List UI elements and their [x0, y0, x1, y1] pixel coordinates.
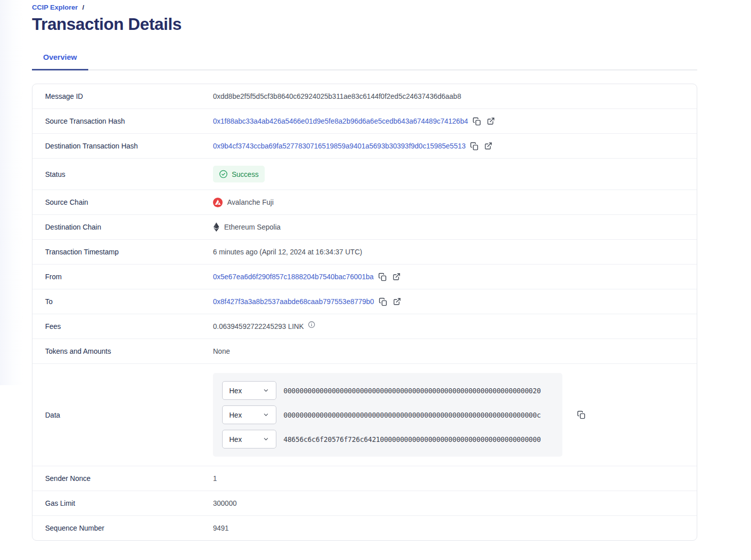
fees-value: 0.06394592722245293 LINK — [213, 322, 304, 330]
row-value-cell: 6 minutes ago (April 12, 2024 at 16:34:3… — [213, 247, 362, 257]
row-label: Source Transaction Hash — [32, 117, 213, 125]
table-row: Transaction Timestamp6 minutes ago (Apri… — [32, 240, 697, 265]
row-label: From — [32, 273, 213, 281]
row-label: Status — [32, 170, 213, 178]
row-label: To — [32, 297, 213, 306]
row-value-cell: Success — [213, 166, 265, 182]
data-line: Hex0000000000000000000000000000000000000… — [222, 381, 553, 400]
row-value-cell: 0xdd8be2f5f5d5cf3b8640c62924025b311ae83c… — [213, 91, 461, 101]
breadcrumb: CCIP Explorer / — [32, 4, 697, 11]
row-value-cell: 300000 — [213, 498, 237, 508]
table-row: DataHex000000000000000000000000000000000… — [32, 364, 697, 466]
status-label: Success — [232, 170, 259, 178]
hex-data: 0000000000000000000000000000000000000000… — [283, 411, 541, 419]
data-format-select[interactable]: Hex — [222, 381, 276, 400]
table-row: Gas Limit300000 — [32, 491, 697, 516]
table-row: Fees0.06394592722245293 LINK — [32, 314, 697, 339]
details-table: Message ID0xdd8be2f5f5d5cf3b8640c6292402… — [32, 84, 697, 541]
table-row: Source ChainAvalanche Fuji — [32, 190, 697, 215]
copy-button[interactable] — [378, 273, 387, 281]
row-value-cell: 0.06394592722245293 LINK — [213, 321, 315, 331]
row-value-cell: Hex0000000000000000000000000000000000000… — [213, 373, 586, 457]
table-row: Tokens and AmountsNone — [32, 339, 697, 364]
row-value-cell: 1 — [213, 473, 217, 483]
breadcrumb-separator: / — [82, 4, 84, 11]
status-badge: Success — [213, 166, 265, 182]
data-panel: Hex0000000000000000000000000000000000000… — [213, 373, 562, 457]
table-row: Sender Nonce1 — [32, 466, 697, 491]
info-icon — [308, 321, 315, 328]
row-value-text: 300000 — [213, 499, 237, 507]
table-row: Destination Transaction Hash0x9b4cf3743c… — [32, 134, 697, 159]
data-format-value: Hex — [229, 387, 242, 395]
hex-data: 48656c6c6f20576f726c64210000000000000000… — [283, 435, 541, 443]
hash-link[interactable]: 0x8f427f3a3a8b2537aabde68caab797553e8779… — [213, 297, 374, 306]
hash-link[interactable]: 0x1f88abc33a4ab426a5466e01d9e5fe8a2b96d6… — [213, 117, 468, 125]
copy-icon — [379, 297, 387, 306]
row-label: Data — [32, 411, 213, 419]
avalanche-icon — [213, 198, 223, 207]
external-link-button[interactable] — [393, 297, 401, 306]
hex-data: 0000000000000000000000000000000000000000… — [283, 387, 541, 395]
tab-overview[interactable]: Overview — [32, 53, 88, 70]
row-label: Destination Chain — [32, 223, 213, 231]
page-title: Transaction Details — [32, 15, 697, 34]
external-link-button[interactable] — [392, 273, 401, 281]
ethereum-icon — [213, 222, 220, 232]
check-circle-icon — [219, 170, 228, 178]
row-value-text: 0xdd8be2f5f5d5cf3b8640c62924025b311ae83c… — [213, 92, 461, 100]
copy-button[interactable] — [473, 117, 481, 126]
chevron-down-icon — [263, 412, 269, 418]
data-format-value: Hex — [229, 411, 242, 419]
external-link-icon — [392, 273, 401, 281]
copy-button[interactable] — [379, 297, 387, 306]
row-value-text: 1 — [213, 474, 217, 482]
copy-button[interactable] — [470, 142, 479, 151]
row-label: Transaction Timestamp — [32, 248, 213, 256]
copy-icon — [470, 142, 479, 151]
hash-link[interactable]: 0x5e67ea6d6f290f857c1888204b7540bac76001… — [213, 273, 374, 281]
row-label: Destination Transaction Hash — [32, 142, 213, 150]
breadcrumb-link-ccip-explorer[interactable]: CCIP Explorer — [32, 4, 78, 11]
row-value-text: 6 minutes ago (April 12, 2024 at 16:34:3… — [213, 248, 362, 256]
row-value-text: None — [213, 347, 230, 355]
row-value-text: 9491 — [213, 524, 229, 532]
data-format-select[interactable]: Hex — [222, 405, 276, 424]
row-label: Sender Nonce — [32, 474, 213, 482]
row-label: Source Chain — [32, 198, 213, 206]
chain-name: Avalanche Fuji — [227, 198, 274, 206]
copy-icon — [473, 117, 481, 126]
external-link-icon — [393, 297, 401, 306]
table-row: Destination ChainEthereum Sepolia — [32, 215, 697, 240]
row-label: Gas Limit — [32, 499, 213, 507]
copy-icon — [378, 273, 387, 281]
table-row: Source Transaction Hash0x1f88abc33a4ab42… — [32, 109, 697, 134]
hash-link[interactable]: 0x9b4cf3743ccba69fa5277830716519859a9401… — [213, 142, 466, 150]
transaction-details-page: CCIP Explorer / Transaction Details Over… — [0, 0, 751, 541]
row-value-cell: Ethereum Sepolia — [213, 222, 280, 232]
external-link-button[interactable] — [484, 142, 492, 150]
row-value-cell: 0x5e67ea6d6f290f857c1888204b7540bac76001… — [213, 272, 401, 282]
table-row: From0x5e67ea6d6f290f857c1888204b7540bac7… — [32, 265, 697, 289]
copy-icon — [577, 410, 586, 419]
chain-name: Ethereum Sepolia — [224, 223, 280, 231]
data-line: Hex48656c6c6f20576f726c64210000000000000… — [222, 430, 553, 449]
chevron-down-icon — [263, 387, 269, 394]
table-row: Message ID0xdd8be2f5f5d5cf3b8640c6292402… — [32, 84, 697, 109]
table-row: To0x8f427f3a3a8b2537aabde68caab797553e87… — [32, 289, 697, 314]
tab-bar: Overview — [32, 53, 697, 70]
row-label: Message ID — [32, 92, 213, 100]
external-link-button[interactable] — [487, 117, 495, 125]
row-label: Sequence Number — [32, 524, 213, 532]
copy-data-button[interactable] — [577, 410, 586, 419]
row-value-cell: 0x1f88abc33a4ab426a5466e01d9e5fe8a2b96d6… — [213, 116, 495, 126]
row-value-cell: 9491 — [213, 523, 229, 533]
row-value-cell: 0x9b4cf3743ccba69fa5277830716519859a9401… — [213, 141, 492, 151]
external-link-icon — [487, 117, 495, 125]
data-format-value: Hex — [229, 435, 242, 443]
table-row: StatusSuccess — [32, 159, 697, 190]
external-link-icon — [484, 142, 492, 150]
row-label: Tokens and Amounts — [32, 347, 213, 355]
row-value-cell: 0x8f427f3a3a8b2537aabde68caab797553e8779… — [213, 296, 401, 307]
data-format-select[interactable]: Hex — [222, 430, 276, 449]
